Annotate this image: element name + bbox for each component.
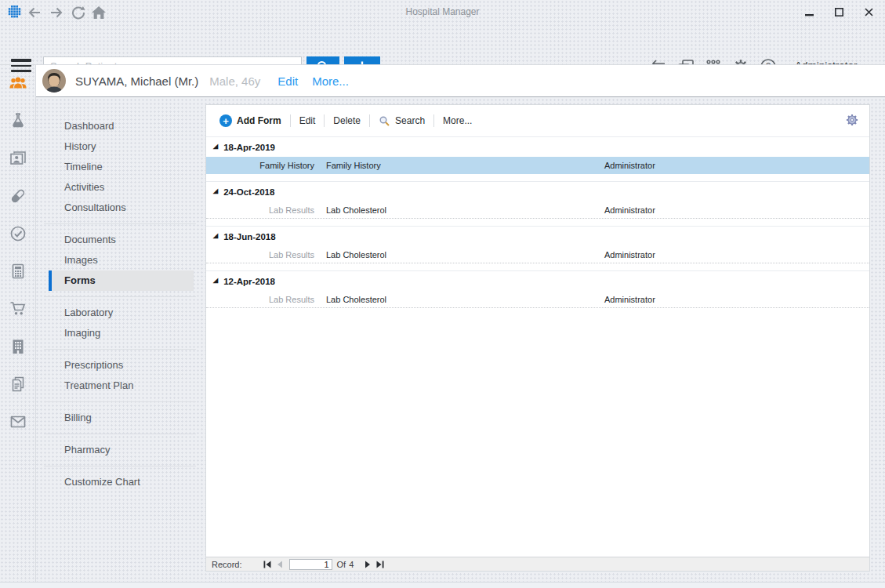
form-type-cell: Lab Results [206,205,314,215]
forms-grid: ◢ 18-Apr-2019 Family History Family Hist… [206,136,869,308]
group-header[interactable]: ◢ 12-Apr-2018 [206,270,869,291]
nav-divider [44,296,196,297]
billing-calculator-icon[interactable] [9,262,27,281]
minimize-button[interactable] [801,5,817,19]
nav-item-dashboard[interactable]: Dashboard [49,116,194,136]
previous-record-icon [277,561,283,568]
main-toolbar: ? Administrator [0,24,885,64]
form-type-cell: Lab Results [206,295,314,304]
nav-item-prescriptions[interactable]: Prescriptions [49,355,194,376]
group-gap [206,219,869,226]
patient-meta: Male, 46y [209,74,260,88]
maximize-icon [835,8,843,16]
collapse-icon: ◢ [213,233,218,239]
form-row[interactable]: Lab Results Lab Cholesterol Administrato… [206,291,869,308]
more-forms-button[interactable]: More... [436,111,479,130]
first-record-icon [263,561,271,568]
facility-building-icon[interactable] [9,337,27,356]
patient-edit-link[interactable]: Edit [277,74,298,88]
form-name-cell: Lab Cholesterol [326,250,604,260]
nav-item-pharmacy[interactable]: Pharmacy [49,440,194,460]
search-forms-icon [379,115,390,127]
app-window: Hospital Manager ? Adm [0,0,885,588]
group-date: 24-Oct-2018 [223,187,274,197]
close-icon [865,8,873,16]
group-date: 12-Apr-2018 [223,277,275,286]
delete-form-button[interactable]: Delete [326,111,368,130]
nav-item-billing[interactable]: Billing [49,408,194,428]
form-type-cell: Family History [206,161,314,170]
nav-item-activities[interactable]: Activities [49,177,194,198]
window-bottom-edge [0,582,885,588]
medication-pill-icon[interactable] [9,187,27,205]
delete-form-label: Delete [333,115,361,126]
form-name-cell: Family History [326,161,604,170]
edit-form-button[interactable]: Edit [292,111,323,130]
patient-more-link[interactable]: More... [312,74,349,88]
nav-item-timeline[interactable]: Timeline [49,157,194,177]
record-total: 4 [349,560,354,569]
chart-nav: Dashboard History Timeline Activities Co… [36,116,205,492]
group-date: 18-Apr-2019 [223,143,275,152]
record-number-input[interactable] [289,559,332,570]
form-type-cell: Lab Results [206,250,314,260]
first-record-button[interactable] [261,560,274,569]
form-name-cell: Lab Cholesterol [326,295,604,304]
edit-form-label: Edit [299,115,316,126]
maximize-button[interactable] [831,5,847,19]
last-record-button[interactable] [374,560,386,569]
group-header[interactable]: ◢ 18-Jun-2018 [206,226,869,246]
form-row[interactable]: Lab Results Lab Cholesterol Administrato… [206,201,869,219]
nav-item-laboratory[interactable]: Laboratory [49,303,194,323]
patient-name: SUYAMA, Michael (Mr.) [75,74,198,88]
form-user-cell: Administrator [604,250,655,260]
form-row[interactable]: Family History Family History Administra… [206,157,869,174]
group-header[interactable]: ◢ 18-Apr-2019 [206,136,869,157]
nav-item-forms[interactable]: Forms [49,270,194,291]
group-header[interactable]: ◢ 24-Oct-2018 [206,181,869,201]
form-user-cell: Administrator [604,295,655,304]
nav-item-consultations[interactable]: Consultations [49,198,194,218]
previous-record-button[interactable] [274,560,286,569]
next-record-icon [365,561,371,568]
orders-cart-icon[interactable] [9,299,27,318]
search-forms-button[interactable]: Search [372,111,432,130]
minimize-icon [805,8,814,16]
toolbar-separator [324,114,325,127]
patient-photo-icon[interactable] [9,149,27,168]
nav-item-documents[interactable]: Documents [49,230,194,250]
next-record-button[interactable] [361,560,374,569]
icon-rail [0,65,36,588]
search-forms-label: Search [395,115,425,126]
patient-bar: SUYAMA, Michael (Mr.) Male, 46y Edit Mor… [36,65,885,97]
grid-settings-gear-icon[interactable] [844,112,860,128]
add-form-label: Add Form [237,115,281,126]
record-label: Record: [212,560,242,569]
tasks-check-icon[interactable] [9,224,27,243]
close-button[interactable] [861,5,876,19]
messages-mail-icon[interactable] [9,412,27,431]
toolbar-separator [290,114,291,127]
form-user-cell: Administrator [604,205,655,215]
group-gap [206,174,869,181]
nav-divider [44,434,196,434]
documents-copy-icon[interactable] [9,375,27,394]
add-form-button[interactable]: + Add Form [212,111,288,130]
patients-icon[interactable] [9,74,27,93]
collapse-icon: ◢ [213,143,218,150]
collapse-icon: ◢ [213,188,218,194]
nav-item-imaging[interactable]: Imaging [49,323,194,343]
nav-item-treatment-plan[interactable]: Treatment Plan [49,376,194,396]
nav-item-images[interactable]: Images [49,250,194,270]
nav-divider [44,401,196,402]
more-forms-label: More... [443,115,472,126]
form-name-cell: Lab Cholesterol [326,205,604,215]
last-record-icon [376,561,384,568]
forms-toolbar: + Add Form Edit Delete Search More... [206,105,869,136]
nav-item-customize-chart[interactable]: Customize Chart [49,472,194,492]
laboratory-flask-icon[interactable] [9,111,27,130]
nav-item-history[interactable]: History [49,136,194,157]
group-gap [206,263,869,270]
collapse-icon: ◢ [213,278,218,284]
form-row[interactable]: Lab Results Lab Cholesterol Administrato… [206,246,869,263]
